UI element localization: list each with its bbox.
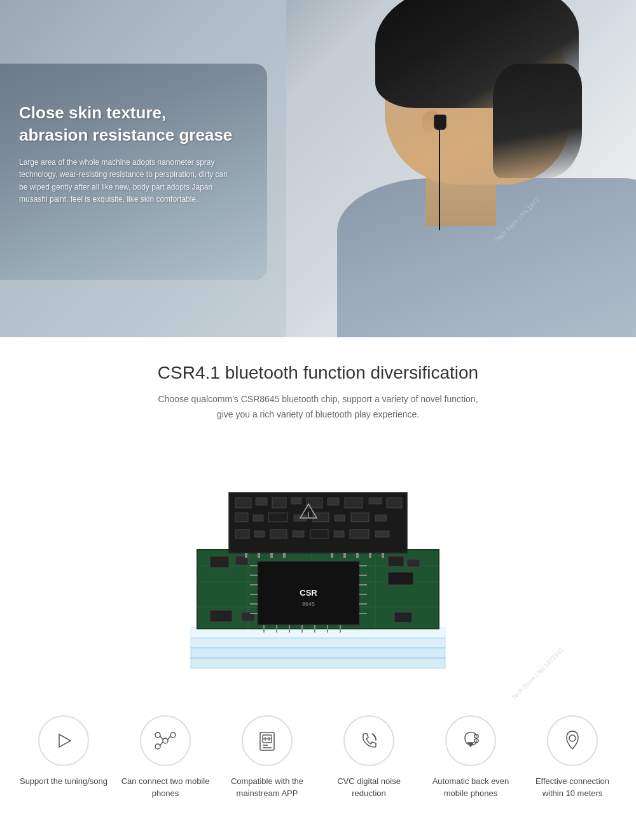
- svg-rect-70: [283, 553, 286, 558]
- svg-rect-72: [343, 553, 346, 558]
- features-section: Support the tuning/song Can connect two …: [0, 696, 636, 825]
- svg-rect-56: [335, 515, 345, 521]
- chip-section: CSR 8645: [0, 435, 636, 696]
- svg-rect-42: [235, 498, 251, 508]
- svg-rect-15: [388, 572, 413, 585]
- svg-rect-18: [394, 612, 412, 622]
- svg-rect-53: [268, 513, 287, 522]
- chip-watermark: Tech Store | No:1872942: [510, 646, 565, 701]
- svg-rect-59: [235, 529, 249, 538]
- svg-rect-51: [235, 513, 248, 522]
- svg-rect-57: [351, 513, 369, 522]
- svg-rect-58: [375, 515, 387, 521]
- svg-rect-61: [270, 529, 287, 538]
- earphone-device: [434, 115, 446, 130]
- svg-rect-64: [334, 531, 344, 537]
- svg-text:CSR: CSR: [300, 588, 317, 598]
- svg-rect-62: [293, 531, 304, 537]
- csr-section: CSR4.1 bluetooth function diversificatio…: [0, 337, 636, 435]
- feature-app: Compatible with the mainstream APP: [221, 715, 314, 800]
- svg-marker-78: [59, 734, 71, 747]
- svg-rect-69: [270, 553, 273, 558]
- svg-point-79: [163, 738, 168, 743]
- svg-line-85: [160, 742, 163, 745]
- app-icon: [255, 729, 279, 753]
- svg-rect-67: [245, 553, 247, 558]
- feature-connect-two: Can connect two mobile phones: [120, 715, 212, 800]
- csr-desc-line2: give you a rich variety of bluetooth pla…: [13, 407, 623, 423]
- svg-rect-16: [210, 610, 232, 622]
- feature-play-icon-wrap: [38, 715, 89, 766]
- svg-point-80: [155, 732, 160, 738]
- svg-rect-48: [345, 498, 363, 508]
- svg-point-81: [170, 732, 176, 738]
- svg-line-83: [160, 736, 163, 739]
- svg-rect-47: [328, 498, 339, 505]
- svg-rect-68: [258, 553, 260, 558]
- svg-rect-13: [388, 556, 404, 566]
- svg-rect-60: [254, 531, 265, 537]
- svg-rect-43: [256, 498, 267, 505]
- feature-auto-back-icon-wrap: [445, 715, 496, 766]
- feature-app-label: Compatible with the mainstream APP: [221, 775, 314, 800]
- earphone-wire: [439, 129, 440, 230]
- svg-rect-71: [331, 553, 333, 558]
- chip-svg: CSR 8645: [153, 454, 483, 683]
- svg-rect-66: [375, 531, 389, 537]
- csr-desc-line1: Choose qualcomm's CSR8645 bluetooth chip…: [13, 392, 623, 407]
- hero-person-area: [191, 0, 636, 337]
- svg-text:8645: 8645: [302, 601, 315, 607]
- phone-wave-icon: [357, 729, 381, 753]
- play-icon: [52, 729, 76, 753]
- svg-rect-74: [369, 553, 371, 558]
- hero-title: Close skin texture, abrasion resistance …: [19, 102, 235, 146]
- hero-text-block: Close skin texture, abrasion resistance …: [19, 102, 235, 206]
- svg-rect-0: [191, 658, 445, 668]
- svg-rect-11: [210, 556, 229, 568]
- svg-rect-75: [382, 553, 384, 558]
- feature-cvc: CVC digital noise reduction: [323, 715, 415, 800]
- svg-rect-73: [356, 553, 359, 558]
- feature-cvc-icon-wrap: [343, 715, 394, 766]
- svg-rect-46: [307, 498, 322, 508]
- svg-point-97: [569, 735, 576, 741]
- svg-rect-45: [291, 498, 301, 504]
- svg-rect-1: [191, 648, 445, 658]
- chip-visual-wrapper: CSR 8645: [153, 454, 483, 683]
- svg-line-84: [168, 736, 170, 739]
- person-hair-side: [493, 64, 582, 178]
- feature-connect-two-icon-wrap: [140, 715, 191, 766]
- svg-rect-65: [350, 529, 369, 538]
- svg-rect-55: [313, 513, 329, 522]
- feature-auto-back-label: Automatic back even mobile phones: [425, 775, 517, 800]
- feature-connect-two-label: Can connect two mobile phones: [120, 775, 212, 800]
- feature-range-icon-wrap: [547, 715, 598, 766]
- svg-rect-44: [272, 498, 286, 508]
- svg-rect-14: [407, 559, 420, 567]
- feature-range: Effective connection within 10 meters: [527, 715, 619, 800]
- svg-rect-63: [310, 529, 328, 538]
- auto-back-icon: [459, 729, 483, 753]
- feature-play-label: Support the tuning/song: [20, 775, 107, 788]
- connect-two-icon: [153, 729, 177, 753]
- feature-play: Support the tuning/song: [18, 715, 110, 788]
- feature-auto-back: Automatic back even mobile phones: [425, 715, 517, 800]
- svg-rect-50: [387, 498, 402, 508]
- csr-title: CSR4.1 bluetooth function diversificatio…: [13, 363, 623, 383]
- svg-point-82: [155, 744, 160, 749]
- feature-app-icon-wrap: [242, 715, 293, 766]
- feature-range-label: Effective connection within 10 meters: [527, 775, 619, 800]
- location-icon: [560, 729, 584, 753]
- hero-section: Close skin texture, abrasion resistance …: [0, 0, 636, 337]
- svg-marker-93: [468, 743, 473, 746]
- feature-cvc-label: CVC digital noise reduction: [323, 775, 415, 800]
- svg-rect-52: [253, 515, 263, 521]
- svg-rect-49: [369, 498, 382, 504]
- hero-description: Large area of the whole machine adopts n…: [19, 157, 235, 206]
